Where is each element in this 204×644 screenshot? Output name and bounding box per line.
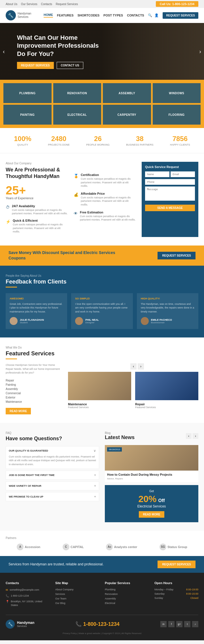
footer-electrical-link[interactable]: Electrical xyxy=(105,602,149,605)
footer-blog-link[interactable]: Our Blog xyxy=(55,602,99,605)
blog-nav: ‹ › xyxy=(186,433,198,439)
featured-list-commercial[interactable]: Commercial xyxy=(6,391,62,395)
footer-services-link[interactable]: Services xyxy=(55,593,99,595)
googleplus-icon[interactable]: g+ xyxy=(176,621,182,627)
facebook-icon[interactable]: f xyxy=(168,621,175,627)
hero-contact-button[interactable]: CONTACT US xyxy=(57,62,84,69)
header-request-button[interactable]: REQUEST SERVICES xyxy=(163,12,198,19)
service-carpentry[interactable]: CARPENTRY xyxy=(103,105,151,125)
hours-weekdays: Monday – Friday 8:00-19:00 xyxy=(154,588,198,591)
profile-icon[interactable]: 👤 xyxy=(154,13,159,17)
partners-title: Partners xyxy=(6,536,198,540)
logo-text: Handyman Services xyxy=(18,12,31,19)
featured-next-button[interactable]: › xyxy=(138,363,144,370)
footer-team-link[interactable]: Our Team xyxy=(55,597,99,600)
footer-phone-display: 📞 1-800-123-1234 xyxy=(75,621,120,627)
nav-features[interactable]: FEATURES xyxy=(57,14,73,17)
faq-item-2-arrow[interactable]: + xyxy=(94,484,96,488)
music-icon[interactable]: ♪ xyxy=(192,621,198,627)
nav-home[interactable]: HOME xyxy=(44,13,53,18)
footer-about-link[interactable]: About Company xyxy=(55,588,99,591)
linkedin-icon[interactable]: in xyxy=(160,621,167,627)
faq-item-2-header[interactable]: WIDE VARIETY OF REPAIR + xyxy=(6,482,99,490)
hero-next-arrow[interactable]: › xyxy=(199,48,201,55)
footer-social: in f g+ t ♪ xyxy=(160,621,198,627)
faq-item-0-arrow[interactable]: ∨ xyxy=(94,449,96,453)
feature-availability: ⏱ 24/7 Availability Cum sociis natoque p… xyxy=(6,204,68,215)
contacts-link[interactable]: Contacts xyxy=(41,3,52,6)
top-nav-links[interactable]: About Us Our Services Contacts Request S… xyxy=(6,3,81,6)
blog-tag: Blog xyxy=(105,431,135,435)
call-button[interactable]: Call Us: 1-800-123-1234 xyxy=(156,1,198,7)
feedback-card-1: SO SIMPLE! I love the open communication… xyxy=(71,293,133,329)
footer-hours-title: Open Hours xyxy=(154,581,198,585)
nav-post-types[interactable]: POST TYPES xyxy=(103,14,123,17)
featured-list-repair[interactable]: Repair xyxy=(6,378,62,383)
twitter-icon[interactable]: t xyxy=(184,621,190,627)
form-name-input[interactable] xyxy=(145,171,169,177)
faq-item-3-header[interactable]: WE PROMISE TO CLEAN UP + xyxy=(6,492,99,501)
footer-sitemap-title: Site Map xyxy=(55,581,99,585)
blog-next-button[interactable]: › xyxy=(193,433,198,439)
discount-request-button[interactable]: REQUEST SERVICES xyxy=(158,252,196,259)
hero-prev-arrow[interactable]: ‹ xyxy=(3,48,5,55)
service-painting[interactable]: PAINTING xyxy=(3,105,52,125)
service-plumbing[interactable]: PLUMBING xyxy=(3,83,52,103)
footer-logo-icon: 🔧 xyxy=(6,620,15,629)
blog-ad-read-more-button[interactable]: READ MORE xyxy=(139,511,164,518)
main-nav: HOME FEATURES SHORTCODES POST TYPES CONT… xyxy=(44,12,198,19)
featured-read-more-button[interactable]: READ MORE xyxy=(6,408,31,414)
avatar-2 xyxy=(141,317,149,325)
featured-list-maintenance[interactable]: Maintenance xyxy=(6,400,62,404)
send-message-button[interactable]: SEND A MESSAGE xyxy=(145,205,195,211)
footer-phone-icon: 📞 xyxy=(75,621,82,627)
service-assembly[interactable]: ASSEMBLY xyxy=(103,83,151,103)
faq-item-3-arrow[interactable]: + xyxy=(94,495,96,499)
services-link[interactable]: Our Services xyxy=(21,3,37,6)
form-message-input[interactable] xyxy=(145,186,195,201)
availability-icon: ⏱ xyxy=(6,205,10,209)
footer-contacts-col: Contacts ✉ something@example.com 📞 1-800… xyxy=(6,581,50,609)
faq-item-1-header[interactable]: JOB IS DONE RIGHT THE FIRST TIME + xyxy=(6,471,99,479)
nav-contacts[interactable]: CONTACTS xyxy=(127,14,144,17)
logo-icon: 🔧 xyxy=(6,10,16,20)
logo: 🔧 Handyman Services xyxy=(6,10,31,20)
nav-shortcodes[interactable]: SHORTCODES xyxy=(77,14,99,17)
service-windows[interactable]: WINDOWS xyxy=(153,83,201,103)
hero-content: What Can Our Home Improvement Profession… xyxy=(17,34,187,69)
faq-item-1-arrow[interactable]: + xyxy=(94,473,96,477)
cta-request-button[interactable]: REQUEST SERVICES xyxy=(158,561,196,568)
form-email-input[interactable] xyxy=(171,171,195,177)
footer-assembly-link[interactable]: Assembly xyxy=(105,597,149,600)
faq-item-1: JOB IS DONE RIGHT THE FIRST TIME + xyxy=(6,471,99,480)
stats-section: 100% QUALITY 2480 PROJECTS DONE 26 PEOPL… xyxy=(0,128,204,153)
footer-plumbing-link[interactable]: Plumbing xyxy=(105,588,149,591)
footer-phone: 📞 1-800-123-1234 xyxy=(6,594,50,598)
services-grid: PLUMBING RENOVATION ASSEMBLY WINDOWS PAI… xyxy=(0,80,204,128)
about-link[interactable]: About Us xyxy=(6,3,17,6)
blog-card-content: How to Contain Dust During Messy Project… xyxy=(105,471,198,482)
request-link[interactable]: Request Services xyxy=(56,3,78,6)
featured-list-painting[interactable]: Painting xyxy=(6,383,62,387)
footer-address: 📍 Brooklyn, NY 10036, United States xyxy=(6,600,50,607)
footer-renovation-link[interactable]: Renovation xyxy=(105,593,149,595)
featured-prev-button[interactable]: ‹ xyxy=(130,363,137,370)
hero-buttons: REQUEST SERVICES CONTACT US xyxy=(17,62,187,69)
featured-list-assembly[interactable]: Assembly xyxy=(6,387,62,391)
hero-request-button[interactable]: REQUEST SERVICES xyxy=(17,62,54,69)
featured-list-exterior[interactable]: Exterior xyxy=(6,395,62,400)
featured-desc: Choose Handyman Services for Your Home R… xyxy=(6,363,62,375)
service-electrical[interactable]: ELECTRICAL xyxy=(53,105,101,125)
featured-layout: Choose Handyman Services for Your Home R… xyxy=(6,363,198,414)
blog-prev-button[interactable]: ‹ xyxy=(186,433,192,439)
discount-text: Save Money With Discount Special and Ele… xyxy=(8,250,116,261)
cta-banner: Services from Handyman are trusted, reli… xyxy=(0,556,204,573)
faq-item-0-header[interactable]: OUR QUALITY IS GUARANTEED ∨ xyxy=(6,446,99,455)
service-flooring[interactable]: FLOORING xyxy=(153,105,201,125)
footer-brand: 🔧 Handyman Services xyxy=(6,620,34,629)
faq-blog-section: FAQ Have some Questions? OUR QUALITY IS … xyxy=(0,423,204,531)
faq-title: Have some Questions? xyxy=(6,436,99,442)
search-icon[interactable]: 🔍 xyxy=(148,13,152,17)
form-phone-input[interactable] xyxy=(145,179,195,185)
service-renovation[interactable]: RENOVATION xyxy=(53,83,101,103)
